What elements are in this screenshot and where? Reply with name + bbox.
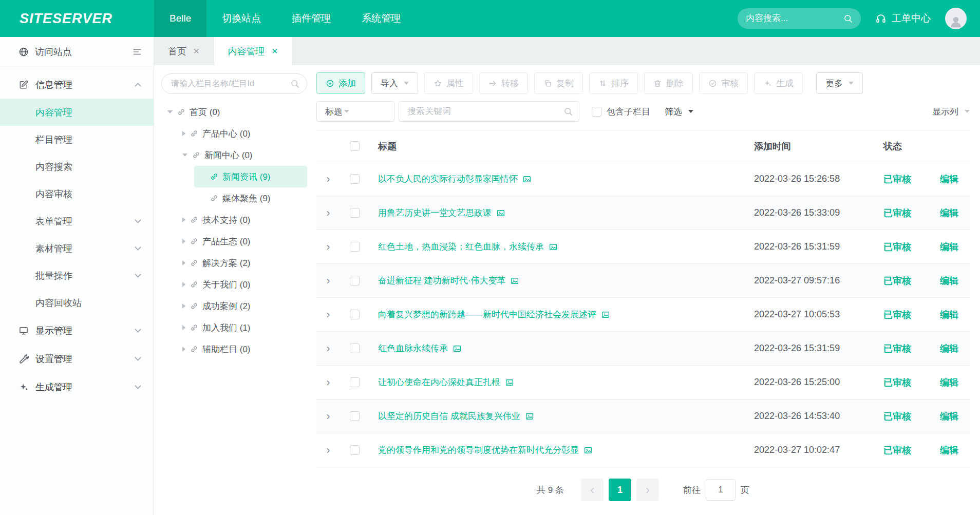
caret-down-icon[interactable]: [182, 154, 187, 157]
row-expand-icon[interactable]: ›: [316, 275, 340, 287]
avatar[interactable]: [945, 8, 967, 29]
sidebar-item-recycle-bin[interactable]: 内容回收站: [0, 289, 154, 316]
caret-right-icon[interactable]: [182, 239, 185, 244]
tree-node-products[interactable]: 产品中心 (0): [161, 123, 307, 144]
row-checkbox[interactable]: [350, 411, 360, 421]
row-expand-icon[interactable]: ›: [316, 411, 340, 422]
tree-node-ecosystem[interactable]: 产品生态 (0): [161, 231, 307, 252]
caret-down-icon[interactable]: [167, 110, 173, 113]
sidebar-collapse-icon[interactable]: [132, 47, 142, 57]
tree-node-cases[interactable]: 成功案例 (2): [161, 295, 307, 317]
row-edit-link[interactable]: 编辑: [930, 309, 970, 321]
sidebar-group-info[interactable]: 信息管理: [0, 70, 154, 99]
display-columns-button[interactable]: 显示列: [932, 106, 970, 118]
include-children-checkbox[interactable]: [592, 107, 601, 117]
visit-site-button[interactable]: 访问站点: [0, 37, 154, 67]
row-checkbox[interactable]: [350, 310, 360, 319]
row-edit-link[interactable]: 编辑: [930, 376, 970, 389]
row-expand-icon[interactable]: ›: [316, 343, 340, 354]
topnav-item-switch-site[interactable]: 切换站点: [206, 0, 276, 37]
row-expand-icon[interactable]: ›: [316, 309, 340, 320]
row-checkbox[interactable]: [350, 174, 360, 184]
caret-right-icon[interactable]: [182, 217, 185, 222]
content-title-link[interactable]: 红色土地，热血浸染；红色血脉，永续传承: [369, 241, 747, 253]
tree-node-home[interactable]: 首页 (0): [161, 101, 307, 123]
sidebar-group-generate[interactable]: 生成管理: [0, 373, 154, 401]
caret-right-icon[interactable]: [182, 303, 185, 309]
add-button[interactable]: 添加: [316, 72, 365, 94]
caret-right-icon[interactable]: [182, 131, 185, 136]
tab-content-management[interactable]: 内容管理 ✕: [214, 37, 293, 65]
sidebar-group-settings[interactable]: 设置管理: [0, 345, 154, 373]
import-button[interactable]: 导入: [371, 72, 418, 94]
sidebar-item-batch-operations[interactable]: 批量操作: [0, 262, 154, 289]
topnav-item-system[interactable]: 系统管理: [346, 0, 416, 37]
more-button[interactable]: 更多: [816, 72, 863, 94]
search-field-select[interactable]: 标题: [316, 101, 394, 122]
sidebar-item-material-management[interactable]: 素材管理: [0, 235, 154, 262]
filter-toggle[interactable]: 筛选: [665, 106, 693, 118]
logo[interactable]: SiteServer: [20, 11, 112, 27]
current-page-button[interactable]: 1: [609, 479, 631, 501]
keyword-input[interactable]: [407, 106, 563, 117]
sidebar-item-form-management[interactable]: 表单管理: [0, 207, 154, 235]
generate-button[interactable]: 生成: [754, 72, 803, 94]
caret-right-icon[interactable]: [182, 282, 185, 287]
close-icon[interactable]: ✕: [272, 47, 278, 56]
global-search-input[interactable]: [746, 13, 843, 24]
sidebar-item-content-review[interactable]: 内容审核: [0, 180, 154, 207]
goto-page-input[interactable]: [706, 479, 736, 501]
copy-button[interactable]: 复制: [534, 72, 583, 94]
row-edit-link[interactable]: 编辑: [930, 241, 970, 253]
row-edit-link[interactable]: 编辑: [930, 410, 970, 423]
tab-home[interactable]: 首页 ✕: [154, 37, 214, 65]
caret-right-icon[interactable]: [182, 325, 185, 330]
row-checkbox[interactable]: [350, 377, 360, 387]
row-checkbox[interactable]: [350, 445, 360, 455]
sidebar-item-column-management[interactable]: 栏目管理: [0, 126, 154, 153]
tree-node-auxiliary[interactable]: 辅助栏目 (0): [161, 338, 307, 360]
tree-node-about-us[interactable]: 关于我们 (0): [161, 274, 307, 295]
row-checkbox[interactable]: [350, 276, 360, 285]
workorder-center-button[interactable]: 工单中心: [875, 12, 931, 25]
delete-button[interactable]: 删除: [644, 72, 693, 94]
content-title-link[interactable]: 奋进新征程 建功新时代·伟大变革: [369, 275, 747, 287]
caret-right-icon[interactable]: [182, 347, 185, 352]
tree-node-tech-support[interactable]: 技术支持 (0): [161, 209, 307, 231]
row-edit-link[interactable]: 编辑: [930, 444, 970, 456]
row-checkbox[interactable]: [350, 242, 360, 252]
row-edit-link[interactable]: 编辑: [930, 275, 970, 287]
tree-node-join-us[interactable]: 加入我们 (1): [161, 317, 307, 338]
content-title-link[interactable]: 红色血脉永续传承: [369, 342, 747, 354]
row-edit-link[interactable]: 编辑: [930, 342, 970, 355]
topnav-item-site[interactable]: Belle: [154, 0, 206, 37]
row-expand-icon[interactable]: ›: [316, 207, 340, 219]
row-checkbox[interactable]: [350, 208, 360, 218]
transfer-button[interactable]: 转移: [479, 72, 528, 94]
content-title-link[interactable]: 用鲁艺历史讲一堂文艺思政课: [369, 207, 747, 219]
sidebar-item-content-management[interactable]: 内容管理: [0, 99, 154, 126]
row-expand-icon[interactable]: ›: [316, 377, 340, 388]
caret-right-icon[interactable]: [182, 260, 185, 265]
content-title-link[interactable]: 以不负人民的实际行动彰显家国情怀: [369, 173, 747, 185]
topnav-item-plugins[interactable]: 插件管理: [276, 0, 346, 37]
tree-node-solutions[interactable]: 解决方案 (2): [161, 252, 307, 274]
attributes-button[interactable]: 属性: [424, 72, 473, 94]
sort-button[interactable]: 排序: [589, 72, 638, 94]
content-title-link[interactable]: 党的领导作用和党的领导制度优势在新时代充分彰显: [369, 444, 747, 456]
row-checkbox[interactable]: [350, 344, 360, 353]
channel-search-input[interactable]: [171, 79, 290, 88]
row-expand-icon[interactable]: ›: [316, 241, 340, 253]
content-title-link[interactable]: 以坚定的历史自信 成就民族复兴伟业: [369, 410, 747, 422]
row-edit-link[interactable]: 编辑: [930, 207, 970, 219]
content-title-link[interactable]: 让初心使命在内心深处真正扎根: [369, 376, 747, 388]
row-expand-icon[interactable]: ›: [316, 174, 340, 185]
review-button[interactable]: 审核: [699, 72, 748, 94]
row-expand-icon[interactable]: ›: [316, 445, 340, 456]
sidebar-item-content-search[interactable]: 内容搜索: [0, 153, 154, 180]
search-icon[interactable]: [563, 107, 573, 116]
tree-node-news[interactable]: 新闻资讯 (9): [194, 166, 307, 187]
sidebar-group-display[interactable]: 显示管理: [0, 316, 154, 345]
tree-node-news-center[interactable]: 新闻中心 (0): [161, 144, 307, 166]
next-page-button[interactable]: ›: [636, 479, 659, 501]
